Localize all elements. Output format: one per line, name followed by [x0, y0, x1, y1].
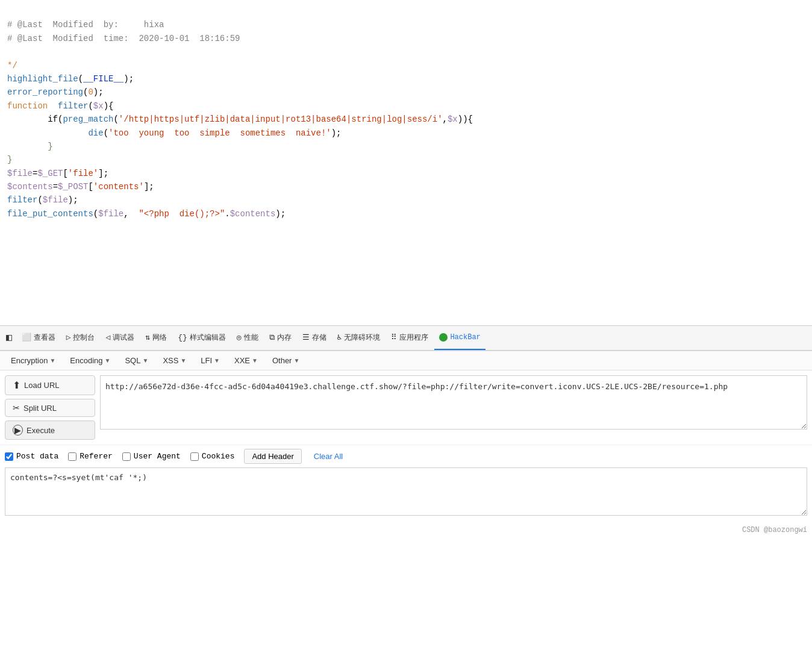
- other-menu[interactable]: Other ▼: [266, 354, 305, 367]
- devtools-bar: ◧ ⬜ 查看器 ▷ 控制台 ◁ 调试器 ⇅ 网络 {} 样式编辑器 ◎ 性能 ⧉…: [0, 325, 812, 351]
- checkboxes-row: Post data Referer User Agent Cookies Add…: [0, 445, 812, 467]
- load-url-button[interactable]: ⬆ Load URL: [5, 375, 95, 395]
- tab-performance[interactable]: ◎ 性能: [232, 326, 263, 350]
- hackbar-menu: Encryption ▼ Encoding ▼ SQL ▼ XSS ▼ LFI …: [0, 351, 812, 370]
- viewer-icon: ⬜: [22, 333, 31, 342]
- console-icon: ▷: [66, 333, 71, 342]
- tab-hackbar[interactable]: HackBar: [434, 326, 485, 350]
- application-icon: ⠿: [391, 333, 397, 342]
- split-url-button[interactable]: ✂ Split URL: [5, 399, 95, 417]
- url-input[interactable]: [100, 375, 807, 430]
- tab-memory[interactable]: ⧉ 内存: [264, 326, 296, 350]
- encoding-chevron-icon: ▼: [105, 357, 111, 364]
- execute-button[interactable]: ▶ Execute: [5, 420, 95, 440]
- cookies-checkbox[interactable]: [190, 452, 199, 461]
- cookies-checkbox-label[interactable]: Cookies: [190, 452, 235, 461]
- tab-style-editor[interactable]: {} 样式编辑器: [173, 326, 231, 350]
- user-agent-checkbox[interactable]: [122, 452, 131, 461]
- execute-icon: ▶: [13, 425, 23, 436]
- storage-icon: ☰: [302, 333, 310, 342]
- hackbar-icon: [439, 333, 448, 342]
- hackbar-main: ⬆ Load URL ✂ Split URL ▶ Execute: [0, 370, 812, 445]
- load-url-icon: ⬆: [13, 380, 20, 391]
- tab-storage[interactable]: ☰ 存储: [298, 326, 331, 350]
- performance-icon: ◎: [237, 333, 242, 342]
- hackbar-section: Encryption ▼ Encoding ▼ SQL ▼ XSS ▼ LFI …: [0, 351, 812, 537]
- memory-icon: ⧉: [269, 333, 275, 342]
- lfi-chevron-icon: ▼: [214, 357, 220, 364]
- user-agent-checkbox-label[interactable]: User Agent: [122, 452, 181, 461]
- tab-debugger[interactable]: ◁ 调试器: [101, 326, 139, 350]
- split-url-icon: ✂: [13, 403, 20, 413]
- xxe-menu[interactable]: XXE ▼: [228, 354, 264, 367]
- network-icon: ⇅: [145, 333, 150, 342]
- post-data-input[interactable]: [5, 467, 807, 516]
- other-chevron-icon: ▼: [293, 357, 299, 364]
- encoding-menu[interactable]: Encoding ▼: [64, 354, 116, 367]
- encryption-menu[interactable]: Encryption ▼: [5, 354, 61, 367]
- xss-chevron-icon: ▼: [180, 357, 186, 364]
- tab-viewer[interactable]: ⬜ 查看器: [17, 326, 60, 350]
- add-header-button[interactable]: Add Header: [244, 449, 301, 464]
- referer-checkbox-label[interactable]: Referer: [68, 452, 113, 461]
- post-data-checkbox-label[interactable]: Post data: [5, 452, 58, 461]
- watermark: CSDN @baozongwi: [0, 524, 812, 537]
- hackbar-action-buttons: ⬆ Load URL ✂ Split URL ▶ Execute: [5, 375, 95, 440]
- encryption-chevron-icon: ▼: [49, 357, 55, 364]
- accessibility-icon: ♿: [337, 333, 342, 342]
- tab-application[interactable]: ⠿ 应用程序: [386, 326, 433, 350]
- xxe-chevron-icon: ▼: [252, 357, 258, 364]
- code-display: # @Last Modified by: hixa # @Last Modifi…: [0, 0, 812, 325]
- clear-all-button[interactable]: Clear All: [314, 452, 343, 461]
- tab-network[interactable]: ⇅ 网络: [140, 326, 172, 350]
- referer-checkbox[interactable]: [68, 452, 77, 461]
- tab-accessibility[interactable]: ♿ 无障碍环境: [333, 326, 386, 350]
- post-data-area: [0, 467, 812, 524]
- sql-menu[interactable]: SQL ▼: [119, 354, 154, 367]
- sql-chevron-icon: ▼: [142, 357, 148, 364]
- xss-menu[interactable]: XSS ▼: [157, 354, 192, 367]
- tab-console[interactable]: ▷ 控制台: [61, 326, 100, 350]
- devtools-first-icon[interactable]: ◧: [2, 326, 16, 350]
- debugger-icon: ◁: [105, 333, 110, 342]
- lfi-menu[interactable]: LFI ▼: [195, 354, 226, 367]
- url-area: [100, 375, 807, 440]
- post-data-checkbox[interactable]: [5, 452, 13, 461]
- style-editor-icon: {}: [178, 333, 187, 342]
